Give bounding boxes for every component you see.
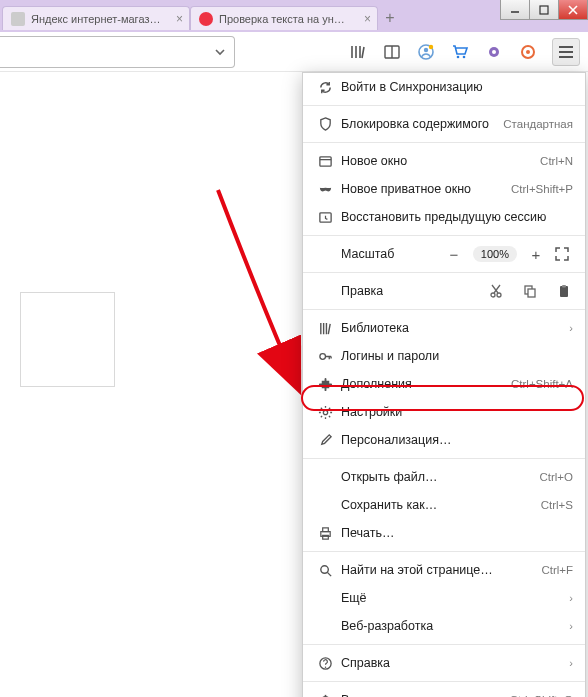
minimize-button[interactable] — [500, 0, 530, 20]
zoom-in-button[interactable]: + — [527, 246, 545, 263]
zoom-out-button[interactable]: − — [445, 246, 463, 263]
fullscreen-button[interactable] — [555, 247, 573, 261]
cart-icon[interactable] — [450, 42, 470, 62]
menu-item-new-window[interactable]: Новое окно Ctrl+N — [303, 147, 585, 175]
menu-label: Найти на этой странице… — [341, 563, 541, 577]
menu-label: Дополнения — [341, 377, 511, 391]
svg-point-22 — [497, 293, 501, 297]
menu-shortcut: Ctrl+Shift+A — [511, 378, 573, 390]
separator — [303, 458, 585, 459]
menu-item-exit[interactable]: Выход Ctrl+Shift+Q — [303, 686, 585, 697]
copy-button[interactable] — [523, 284, 539, 298]
menu-label: Ещё — [341, 591, 563, 605]
extension-icon[interactable] — [484, 42, 504, 62]
svg-point-21 — [491, 293, 495, 297]
menu-label: Блокировка содержимого — [341, 117, 503, 131]
menu-shortcut: Ctrl+S — [541, 499, 573, 511]
close-window-button[interactable] — [558, 0, 588, 20]
close-tab-icon[interactable]: × — [364, 12, 371, 26]
svg-point-27 — [319, 353, 325, 359]
chevron-down-icon — [214, 46, 226, 58]
svg-point-9 — [457, 55, 460, 58]
maximize-button[interactable] — [529, 0, 559, 20]
separator — [303, 105, 585, 106]
separator — [303, 235, 585, 236]
content-placeholder — [20, 292, 115, 387]
mask-icon — [315, 182, 335, 197]
zoom-value: 100% — [473, 246, 517, 262]
menu-label: Сохранить как… — [341, 498, 541, 512]
reader-icon[interactable] — [382, 42, 402, 62]
gear-icon — [315, 405, 335, 420]
svg-rect-25 — [560, 286, 568, 297]
menu-item-help[interactable]: Справка › — [303, 649, 585, 677]
menu-button[interactable] — [552, 38, 580, 66]
url-dropdown[interactable] — [0, 36, 235, 68]
svg-rect-26 — [562, 285, 566, 288]
library-icon[interactable] — [348, 42, 368, 62]
search-icon — [315, 563, 335, 578]
svg-rect-30 — [322, 527, 328, 531]
menu-item-zoom: Масштаб − 100% + — [303, 240, 585, 268]
menu-item-webdev[interactable]: Веб-разработка › — [303, 612, 585, 640]
menu-item-customize[interactable]: Персонализация… — [303, 426, 585, 454]
menu-label: Новое приватное окно — [341, 182, 511, 196]
cut-button[interactable] — [489, 284, 505, 298]
svg-line-33 — [327, 572, 331, 576]
menu-label: Справка — [341, 656, 563, 670]
menu-label: Масштаб — [341, 247, 394, 261]
svg-point-10 — [463, 55, 466, 58]
menu-item-private-window[interactable]: Новое приватное окно Ctrl+Shift+P — [303, 175, 585, 203]
menu-item-open-file[interactable]: Открыть файл… Ctrl+O — [303, 463, 585, 491]
restore-icon — [315, 210, 335, 225]
favicon-icon — [199, 12, 213, 26]
menu-shortcut: Ctrl+Shift+P — [511, 183, 573, 195]
menu-item-print[interactable]: Печать… — [303, 519, 585, 547]
separator — [303, 309, 585, 310]
svg-rect-18 — [319, 156, 330, 165]
account-icon[interactable] — [416, 42, 436, 62]
menu-label: Новое окно — [341, 154, 540, 168]
new-tab-button[interactable]: + — [378, 6, 402, 30]
menu-right-text: Стандартная — [503, 118, 573, 130]
browser-tab[interactable]: Яндекс интернет-магазин п… × — [2, 6, 190, 30]
favicon-icon — [11, 12, 25, 26]
menu-item-blocking[interactable]: Блокировка содержимого Стандартная — [303, 110, 585, 138]
chevron-right-icon: › — [563, 322, 573, 334]
svg-rect-31 — [322, 535, 328, 539]
puzzle-icon — [315, 377, 335, 392]
svg-rect-1 — [540, 6, 548, 14]
browser-tab[interactable]: Проверка текста на уника… × — [190, 6, 378, 30]
separator — [303, 272, 585, 273]
power-icon — [315, 693, 335, 698]
close-tab-icon[interactable]: × — [176, 12, 183, 26]
menu-item-restore-session[interactable]: Восстановить предыдущую сессию — [303, 203, 585, 231]
menu-item-settings[interactable]: Настройки — [303, 398, 585, 426]
svg-point-35 — [324, 666, 326, 668]
menu-label: Войти в Синхронизацию — [341, 80, 573, 94]
menu-item-find[interactable]: Найти на этой странице… Ctrl+F — [303, 556, 585, 584]
paste-button[interactable] — [557, 284, 573, 298]
menu-item-library[interactable]: Библиотека › — [303, 314, 585, 342]
menu-item-sync[interactable]: Войти в Синхронизацию — [303, 73, 585, 101]
menu-item-save-as[interactable]: Сохранить как… Ctrl+S — [303, 491, 585, 519]
titlebar: Яндекс интернет-магазин п… × Проверка те… — [0, 0, 588, 32]
menu-label: Персонализация… — [341, 433, 573, 447]
extension-icon[interactable] — [518, 42, 538, 62]
separator — [303, 644, 585, 645]
tab-title: Яндекс интернет-магазин п… — [31, 13, 161, 25]
separator — [303, 142, 585, 143]
menu-item-addons[interactable]: Дополнения Ctrl+Shift+A — [303, 370, 585, 398]
svg-rect-24 — [528, 289, 535, 297]
sync-icon — [315, 80, 335, 95]
menu-label: Печать… — [341, 526, 573, 540]
navbar — [0, 32, 588, 72]
chevron-right-icon: › — [563, 592, 573, 604]
menu-shortcut: Ctrl+O — [539, 471, 573, 483]
tab-title: Проверка текста на уника… — [219, 13, 349, 25]
menu-label: Выход — [341, 693, 510, 697]
menu-item-logins[interactable]: Логины и пароли — [303, 342, 585, 370]
menu-item-edit: Правка — [303, 277, 585, 305]
menu-item-more[interactable]: Ещё › — [303, 584, 585, 612]
shield-icon — [315, 117, 335, 132]
